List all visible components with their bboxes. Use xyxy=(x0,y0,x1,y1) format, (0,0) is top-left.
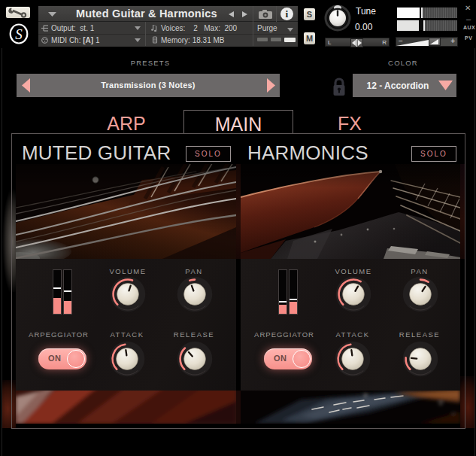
svg-text:S: S xyxy=(15,26,23,42)
